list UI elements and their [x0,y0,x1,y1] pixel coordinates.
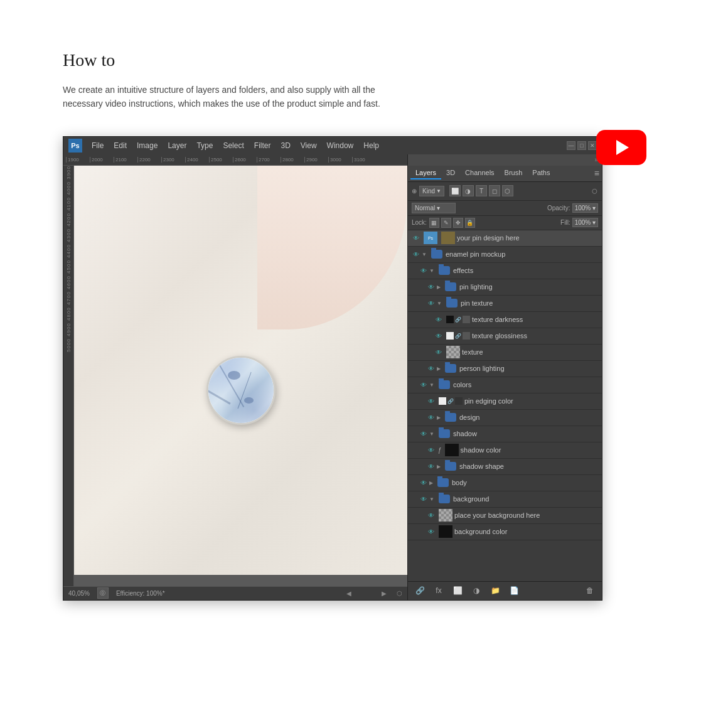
visibility-icon[interactable]: 👁 [426,412,437,423]
marble-vein-2 [237,372,251,409]
filter-pixel-icon[interactable]: ⬜ [449,185,461,196]
visibility-icon[interactable]: 👁 [418,265,429,276]
menu-layer[interactable]: Layer [163,140,191,151]
layer-item[interactable]: 👁 ▶ shadow shape [408,459,602,475]
layer-item[interactable]: 👁 ▶ design [408,410,602,426]
layer-item[interactable]: 👁 ▶ person lighting [408,361,602,377]
filter-shape-icon[interactable]: ◻ [489,185,500,196]
layer-item[interactable]: 👁 ƒ shadow color [408,442,602,459]
tab-brush[interactable]: Brush [500,167,528,179]
filter-kind-dropdown[interactable]: Kind▼ [419,186,444,196]
menu-3d[interactable]: 3D [276,140,294,151]
adjustment-btn[interactable]: ◑ [469,584,483,597]
folder-btn[interactable]: 📁 [488,584,502,597]
delete-layer-btn[interactable]: 🗑 [583,584,597,597]
status-icon: ⓪ [97,587,109,599]
visibility-icon[interactable]: 👁 [418,477,429,488]
menu-image[interactable]: Image [132,140,162,151]
filter-type-icon[interactable]: T [476,185,487,196]
menu-type[interactable]: Type [192,140,217,151]
add-mask-btn[interactable]: ⬜ [451,584,464,597]
filter-toggle[interactable]: ○ [591,185,598,198]
new-layer-btn[interactable]: 📄 [507,584,521,597]
visibility-icon[interactable]: 👁 [426,297,437,309]
layer-item[interactable]: 👁 place your background here [408,508,602,524]
layer-folder-icon [444,362,458,375]
tab-layers[interactable]: Layers [410,167,441,179]
filter-smart-icon[interactable]: ⬡ [502,185,513,196]
tab-paths[interactable]: Paths [527,167,555,179]
opacity-value[interactable]: 100% ▾ [572,203,598,213]
lock-pixels-icon[interactable]: ✎ [441,218,451,228]
layer-item[interactable]: 👁 Ps your pin design here [408,230,602,247]
expand-arrow: ▼ [429,382,434,388]
visibility-icon[interactable]: 👁 [433,330,444,341]
tab-channels[interactable]: Channels [460,167,499,179]
menu-select[interactable]: Select [218,140,248,151]
layer-item[interactable]: 👁 ▼ pin texture [408,296,602,312]
visibility-icon[interactable]: 👁 [426,444,437,456]
visibility-icon[interactable]: 👁 [426,363,437,374]
lock-artboards-icon[interactable]: 🔒 [465,218,475,228]
layer-thumbnails: 🔗 [438,397,463,405]
visibility-icon[interactable]: 👁 [426,461,437,472]
menu-edit[interactable]: Edit [109,140,131,151]
layer-name: background color [454,528,599,535]
expand-arrow: ▶ [437,464,441,469]
menu-window[interactable]: Window [323,140,358,151]
play-icon [616,140,629,155]
layer-item[interactable]: 👁 ▼ background [408,491,602,508]
layer-folder-icon [445,297,459,309]
scroll-right-arrow[interactable]: ▶ [382,590,387,597]
visibility-icon[interactable]: 👁 [418,493,429,505]
filter-adjustment-icon[interactable]: ◑ [463,185,474,196]
canvas-with-ruler: 5000 4900 4800 4700 4600 4500 4400 4300 … [63,166,407,586]
layer-item[interactable]: 👁 ▶ body [408,475,602,491]
menu-view[interactable]: View [296,140,321,151]
visibility-icon[interactable]: 👁 [426,526,437,537]
visibility-icon[interactable]: 👁 [433,314,444,325]
youtube-button[interactable] [596,130,646,165]
close-btn[interactable]: ✕ [588,141,597,150]
link-layers-btn[interactable]: 🔗 [413,584,427,597]
tab-3d[interactable]: 3D [441,167,460,179]
expand-arrow: ▼ [429,268,434,274]
layer-item[interactable]: 👁 🔗 texture glossiness [408,328,602,345]
visibility-icon[interactable]: 👁 [418,428,429,439]
menu-file[interactable]: File [87,140,108,151]
blend-mode-dropdown[interactable]: Normal ▾ [412,203,456,213]
minimize-btn[interactable]: — [567,141,575,150]
visibility-icon[interactable]: 👁 [433,346,444,358]
layer-item[interactable]: 👁 ▼ effects [408,263,602,279]
visibility-icon[interactable]: 👁 [426,395,437,407]
layer-item[interactable]: 👁 🔗 texture darkness [408,312,602,328]
layer-name: body [452,479,599,486]
lock-position-icon[interactable]: ✥ [453,218,463,228]
layer-item[interactable]: 👁 ▼ enamel pin mockup [408,247,602,263]
canvas-image [74,166,407,575]
fx-btn[interactable]: fx [432,584,446,597]
layer-folder-icon [437,427,451,440]
visibility-icon[interactable]: 👁 [410,232,422,244]
menu-help[interactable]: Help [359,140,383,151]
scroll-left-arrow[interactable]: ◀ [346,590,351,597]
panel-menu-icon[interactable]: ≡ [594,168,599,178]
layer-item[interactable]: 👁 🔗 pin edging color [408,393,602,410]
visibility-icon[interactable]: 👁 [418,379,429,390]
expand-arrow: ▼ [437,301,442,306]
layer-item[interactable]: 👁 background color [408,524,602,540]
layer-item[interactable]: 👁 ▶ pin lighting [408,279,602,296]
visibility-icon[interactable]: 👁 [426,281,437,292]
layer-item[interactable]: 👁 ▼ shadow [408,426,602,442]
menu-filter[interactable]: Filter [250,140,276,151]
fill-value[interactable]: 100% ▾ [572,218,598,227]
layer-item[interactable]: 👁 texture [408,345,602,361]
layer-thumb-color [446,332,454,340]
expand-arrow: ▼ [429,496,434,502]
visibility-icon[interactable]: 👁 [410,249,422,260]
maximize-btn[interactable]: □ [577,141,586,150]
lock-transparent-icon[interactable]: ▦ [429,218,439,228]
layer-item[interactable]: 👁 ▼ colors [408,377,602,393]
visibility-icon[interactable]: 👁 [426,510,437,521]
layer-name: texture glossiness [472,332,599,340]
